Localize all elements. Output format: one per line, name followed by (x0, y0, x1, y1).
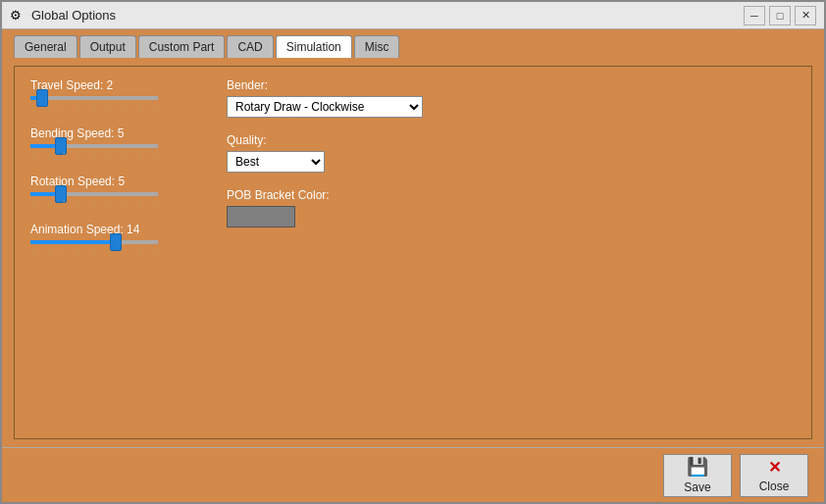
bending-speed-ticks: | | | | | | | | | (30, 150, 158, 159)
animation-speed-slider-container: | | | | | | | | | (30, 240, 207, 255)
tab-simulation[interactable]: Simulation (276, 35, 352, 58)
pob-bracket-color-label: POB Bracket Color: (227, 188, 796, 202)
animation-speed-group: Animation Speed: 14 | | | | | | | | | (30, 223, 207, 255)
pob-bracket-color-swatch[interactable] (227, 206, 295, 227)
bending-speed-slider-container: | | | | | | | | | (30, 144, 207, 159)
sliders-column: Travel Speed: 2 | | | | | | | | | (30, 78, 207, 427)
content-area: Travel Speed: 2 | | | | | | | | | (2, 58, 824, 447)
quality-label: Quality: (227, 133, 796, 147)
travel-speed-slider-container: | | | | | | | | | (30, 96, 207, 111)
footer: 💾 Save ✕ Close (2, 447, 824, 502)
travel-speed-group: Travel Speed: 2 | | | | | | | | | (30, 78, 207, 111)
tabs-bar: General Output Custom Part CAD Simulatio… (2, 29, 824, 58)
close-icon: ✕ (768, 458, 781, 477)
tab-cad[interactable]: CAD (227, 35, 273, 58)
bending-speed-group: Bending Speed: 5 | | | | | | | | | (30, 126, 207, 159)
maximize-button[interactable]: □ (769, 6, 791, 25)
title-bar: ⚙ Global Options ─ □ ✕ (2, 2, 824, 29)
tab-output[interactable]: Output (79, 35, 136, 58)
rotation-speed-group: Rotation Speed: 5 | | | | | | | | | (30, 175, 207, 207)
bender-group: Bender: Rotary Draw - Clockwise Rotary D… (227, 78, 796, 118)
close-label: Close (759, 479, 790, 493)
title-bar-left: ⚙ Global Options (10, 8, 116, 24)
quality-select[interactable]: Best Good Fast (227, 151, 325, 173)
close-button[interactable]: ✕ Close (740, 454, 808, 497)
title-bar-controls: ─ □ ✕ (744, 6, 816, 25)
quality-group: Quality: Best Good Fast (227, 133, 796, 173)
save-button[interactable]: 💾 Save (663, 454, 732, 497)
main-window: ⚙ Global Options ─ □ ✕ General Output Cu… (0, 0, 826, 504)
window-close-button[interactable]: ✕ (795, 6, 816, 25)
window-title: Global Options (31, 8, 116, 23)
tab-general[interactable]: General (14, 35, 77, 58)
rotation-speed-slider-container: | | | | | | | | | (30, 192, 207, 207)
pob-bracket-color-group: POB Bracket Color: (227, 188, 796, 227)
travel-speed-slider[interactable] (30, 96, 158, 100)
bender-label: Bender: (227, 78, 796, 92)
rotation-speed-ticks: | | | | | | | | | (30, 198, 158, 207)
bending-speed-slider[interactable] (30, 144, 158, 148)
app-icon: ⚙ (10, 8, 26, 24)
save-icon: 💾 (687, 456, 708, 478)
animation-speed-slider[interactable] (30, 240, 158, 244)
save-label: Save (684, 480, 710, 494)
options-column: Bender: Rotary Draw - Clockwise Rotary D… (207, 78, 796, 427)
minimize-button[interactable]: ─ (744, 6, 765, 25)
tab-misc[interactable]: Misc (354, 35, 400, 58)
rotation-speed-slider[interactable] (30, 192, 158, 196)
tab-custom-part[interactable]: Custom Part (138, 35, 226, 58)
animation-speed-ticks: | | | | | | | | | (30, 246, 158, 255)
simulation-panel: Travel Speed: 2 | | | | | | | | | (14, 66, 812, 439)
travel-speed-ticks: | | | | | | | | | (30, 102, 158, 111)
bender-select[interactable]: Rotary Draw - Clockwise Rotary Draw - Co… (227, 96, 423, 118)
